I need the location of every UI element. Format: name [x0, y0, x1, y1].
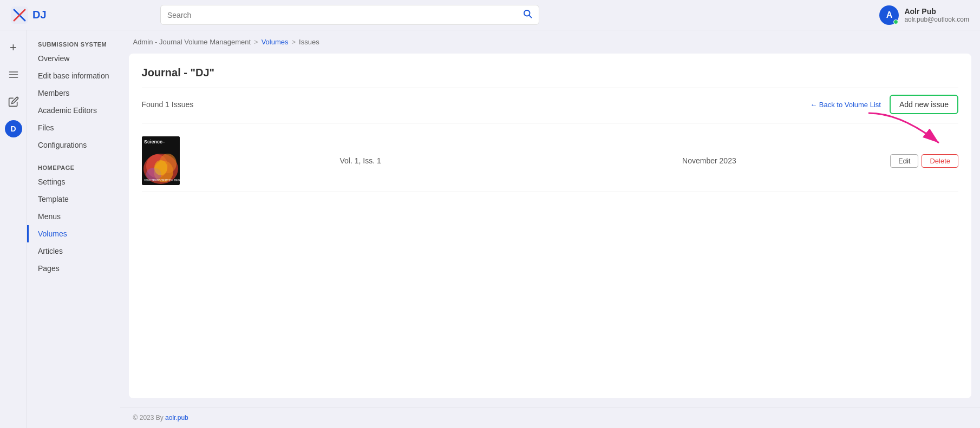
logo-icon: [11, 6, 28, 24]
sidebar-item-academic-editors[interactable]: Academic Editors: [27, 102, 120, 119]
back-to-volume-list-link[interactable]: ← Back to Volume List: [810, 101, 881, 109]
add-icon[interactable]: +: [5, 39, 22, 56]
search-input[interactable]: [167, 11, 518, 19]
sidebar-item-settings[interactable]: Settings: [27, 173, 120, 190]
issue-volume: Vol. 1, Iss. 1: [193, 156, 528, 165]
sidebar-item-members[interactable]: Members: [27, 84, 120, 102]
footer-link[interactable]: aolr.pub: [165, 414, 188, 422]
issue-actions: Edit Delete: [890, 154, 958, 168]
footer-text: © 2023 By: [133, 414, 166, 422]
issue-date: November 2023: [541, 156, 877, 165]
search-button[interactable]: [522, 9, 532, 21]
page-title: Journal - "DJ": [142, 67, 958, 79]
list-icon[interactable]: [5, 66, 22, 83]
issues-divider: [142, 123, 958, 123]
breadcrumb-sep1: >: [254, 38, 258, 46]
logo-area: DJ: [11, 6, 152, 24]
issue-delete-button[interactable]: Delete: [922, 154, 958, 168]
content-body: Journal - "DJ" Found 1 Issues ← Back to …: [129, 54, 971, 398]
sidebar-item-articles[interactable]: Articles: [27, 242, 120, 260]
svg-text:Science: Science: [144, 139, 162, 144]
search-box: [160, 5, 539, 25]
svg-point-16: [154, 160, 167, 175]
breadcrumb-current: Issues: [299, 38, 319, 46]
user-email: aolr.pub@outlook.com: [904, 16, 969, 23]
breadcrumb-root: Admin - Journal Volume Management: [133, 38, 251, 46]
avatar: A: [879, 5, 899, 25]
issue-edit-button[interactable]: Edit: [890, 154, 918, 168]
sidebar-item-menus[interactable]: Menus: [27, 208, 120, 225]
add-new-issue-button[interactable]: Add new issue: [890, 95, 958, 114]
breadcrumb-sep2: >: [292, 38, 296, 46]
svg-line-4: [529, 15, 531, 17]
sidebar-nav: SUBMISSION SYSTEM Overview Edit base inf…: [27, 30, 120, 428]
top-header: DJ A Aolr Pub aolr.pub@outlook.com: [0, 0, 980, 30]
search-container: [160, 5, 539, 25]
homepage-label: HOMEPAGE: [27, 160, 120, 173]
sidebar-item-edit-base[interactable]: Edit base information: [27, 67, 120, 84]
title-divider: [142, 88, 958, 88]
breadcrumb: Admin - Journal Volume Management > Volu…: [120, 30, 980, 54]
sidebar-item-template[interactable]: Template: [27, 190, 120, 208]
user-info: Aolr Pub aolr.pub@outlook.com: [904, 7, 969, 23]
main-layout: + D SUBMISSION SYSTEM Overview Edit base…: [0, 30, 980, 428]
svg-text:...: ...: [162, 140, 165, 143]
online-indicator: [893, 19, 898, 24]
user-area: A Aolr Pub aolr.pub@outlook.com: [879, 5, 969, 25]
svg-text:HOW TRANSCRIPTION BEGINS: HOW TRANSCRIPTION BEGINS: [144, 179, 180, 182]
breadcrumb-volumes[interactable]: Volumes: [262, 38, 289, 46]
sidebar-item-overview[interactable]: Overview: [27, 50, 120, 67]
content-area: Admin - Journal Volume Management > Volu…: [120, 30, 980, 428]
submission-system-label: SUBMISSION SYSTEM: [27, 37, 120, 50]
sidebar-item-files[interactable]: Files: [27, 119, 120, 136]
sidebar-item-pages[interactable]: Pages: [27, 260, 120, 277]
found-count: Found 1 Issues: [142, 100, 194, 109]
sidebar-item-volumes[interactable]: Volumes: [27, 225, 120, 242]
footer: © 2023 By aolr.pub: [120, 407, 980, 428]
user-name: Aolr Pub: [904, 7, 969, 16]
logo-text: DJ: [32, 9, 47, 21]
issue-item: Science ... HOW TRANSCRIPTION BEGINS Vol…: [142, 130, 958, 192]
issue-cover-image: Science ... HOW TRANSCRIPTION BEGINS: [142, 136, 180, 185]
actions-bar: ← Back to Volume List Add new issue: [810, 95, 958, 114]
icon-strip: + D: [0, 30, 27, 428]
edit-icon[interactable]: [5, 93, 22, 110]
sidebar-item-configurations[interactable]: Configurations: [27, 136, 120, 154]
left-panel: + D SUBMISSION SYSTEM Overview Edit base…: [0, 30, 120, 428]
issues-bar: Found 1 Issues ← Back to Volume List Add…: [142, 95, 958, 114]
d-circle-icon[interactable]: D: [5, 120, 22, 137]
